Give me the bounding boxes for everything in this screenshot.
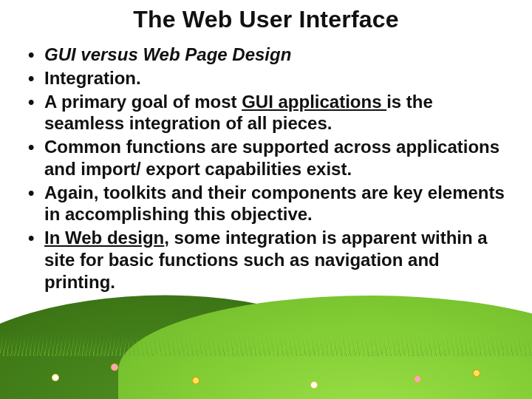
flower-icon	[52, 374, 59, 381]
bullet-item: Again, toolkits and their components are…	[25, 182, 511, 226]
bullet-item: Common functions are supported across ap…	[25, 136, 511, 180]
flower-icon	[192, 377, 200, 384]
flower-icon	[414, 375, 421, 383]
hill-shape	[118, 296, 532, 399]
flower-icon	[473, 369, 480, 377]
flower-icon	[310, 381, 318, 389]
bullet-item: A primary goal of most GUI applications …	[25, 91, 511, 135]
decorative-footer	[0, 310, 532, 399]
hill-shape	[0, 288, 356, 399]
slide: The Web User Interface GUI versus Web Pa…	[0, 0, 532, 399]
grass-icon	[0, 334, 532, 356]
flower-icon	[111, 364, 118, 371]
bullet-item: In Web design, some integration is appar…	[25, 227, 511, 293]
bullet-item: GUI versus Web Page Design	[25, 44, 511, 66]
bullet-item: Integration.	[25, 67, 511, 89]
bullet-list: GUI versus Web Page Design Integration. …	[21, 44, 511, 293]
slide-title: The Web User Interface	[21, 6, 511, 33]
